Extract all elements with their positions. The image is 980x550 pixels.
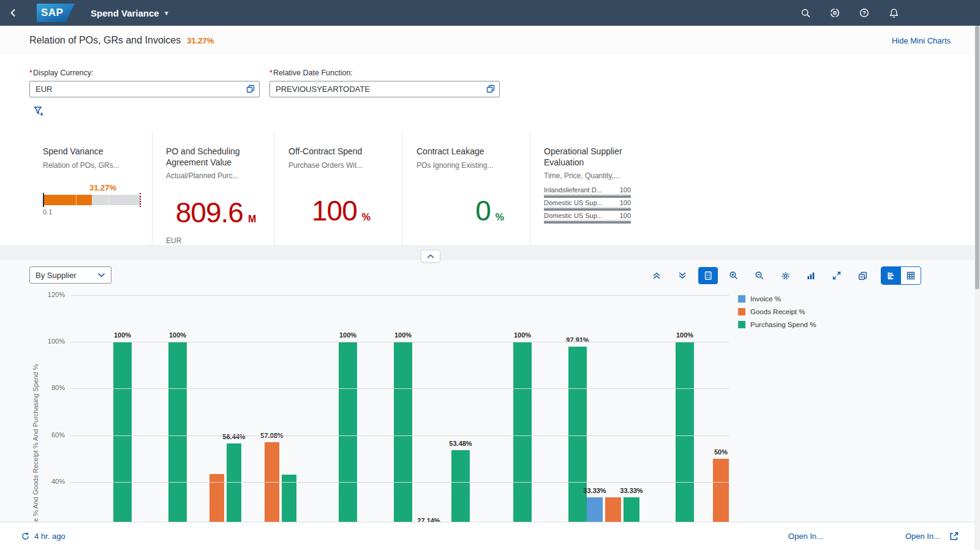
bar-invoice[interactable] [587,497,603,522]
bar-spend[interactable] [676,342,694,522]
value-help-icon[interactable] [486,84,496,94]
value-help-icon[interactable] [246,84,255,94]
sap-logo[interactable]: SAP [37,4,75,22]
y-axis-tick-label: 60% [36,431,65,439]
display-currency-input[interactable] [29,81,260,97]
bullet-target-marker [140,193,141,207]
search-icon[interactable] [797,5,813,21]
bar-data-label: 100% [662,331,708,339]
hide-mini-charts-link[interactable]: Hide Mini Charts [892,36,951,45]
chart-type-icon[interactable] [801,267,821,284]
footer-bar: 4 hr. ago Open In... Open In... [0,522,980,550]
bar-data-label: 33.33% [608,487,655,494]
filter-label: Relative Date Function: [273,69,353,77]
relative-date-function-input[interactable] [270,81,500,97]
help-icon[interactable]: ? [856,5,872,21]
legend-item[interactable]: Goods Receipt % [738,308,816,315]
bar-data-label: 97.91% [554,336,601,344]
filter-bar: *Display Currency: *Relative Date Functi… [0,55,980,132]
bar-spend[interactable] [451,450,470,522]
comparison-row: Inlandslieferant D...100 [544,186,631,198]
open-in-icon[interactable] [949,531,959,541]
supplier-score: 100 [620,199,631,206]
bar-data-label: 50% [698,448,729,456]
bar-gr[interactable] [209,474,224,522]
expand-all-icon[interactable] [647,267,666,284]
bar-data-label: 100% [499,331,546,339]
caret-down-icon: ▼ [164,10,170,17]
chart-view-button[interactable] [881,267,901,284]
bar-spend[interactable] [513,342,532,522]
gridline [70,482,729,483]
full-screen-icon[interactable] [827,267,846,284]
tile-subtitle: Relation of POs, GRs... [43,161,143,170]
tile-spend-variance[interactable]: Spend Variance Relation of POs, GRs... 3… [29,132,152,245]
bar-gr[interactable] [605,497,621,522]
tile-title: Contract Leakage [417,146,521,157]
tile-value: 100 [312,194,357,227]
bar-data-label: 100% [380,331,426,339]
table-view-button[interactable] [901,267,921,284]
add-filter-icon[interactable] [33,105,45,117]
show-legend-icon[interactable] [698,267,718,284]
bar-spend[interactable] [394,342,412,522]
chart-section: By Supplier [0,260,980,522]
gridline [70,388,729,389]
bar-spend[interactable] [168,342,187,522]
scrollbar-thumb[interactable] [975,26,979,289]
bar-spend[interactable] [624,497,639,522]
zoom-out-icon[interactable] [750,267,769,284]
settings-gear-icon[interactable] [775,267,795,284]
comparison-chart: Inlandslieferant D...100 Domestic US Sup… [544,186,631,224]
tile-contract-leakage[interactable]: Contract Leakage POs Ignoring Existing..… [402,132,530,245]
collapse-header-button[interactable] [421,250,440,263]
page-kpi-value: 31.27% [187,36,214,45]
notifications-bell-icon[interactable] [886,5,902,21]
supplier-name: Domestic US Sup... [544,212,603,219]
bar-spend[interactable] [568,347,587,522]
tile-operational-supplier-evaluation[interactable]: Operational Supplier Evaluation Time, Pr… [530,132,671,245]
tile-po-scheduling-value[interactable]: PO and Scheduling Agreement Value Actual… [152,132,274,245]
required-asterisk: * [270,69,273,77]
copy-icon[interactable] [853,267,872,284]
gridline [70,342,729,342]
supplier-score: 100 [620,212,631,219]
bar-gr[interactable] [713,459,729,522]
required-asterisk: * [29,69,32,77]
bar-spend[interactable] [339,342,357,522]
collapse-all-icon[interactable] [673,267,692,284]
scrollbar-track[interactable] [974,26,980,550]
tile-subtitle: Purchase Orders Wit... [288,161,394,170]
tile-title: Operational Supplier Evaluation [544,146,636,168]
bar-spend[interactable] [113,342,132,522]
tile-unit: % [496,212,504,223]
refresh-timestamp: 4 hr. ago [34,532,66,541]
supplier-score: 100 [620,186,631,194]
bullet-chart: 31.27% 0.1 [43,183,141,216]
shell-header: SAP Spend Variance ▼ ? [0,0,980,26]
comparison-bar [544,208,631,211]
bar-spend[interactable] [227,443,241,522]
tile-subtitle: Actual/Planned Purc... [166,171,266,180]
copilot-icon[interactable] [827,5,843,21]
y-axis-tick-label: 80% [36,384,65,391]
legend-swatch [738,321,745,328]
refresh-control[interactable]: 4 hr. ago [21,532,66,541]
filter-label: Display Currency: [33,69,94,77]
filter-field-display-currency: *Display Currency: [29,69,260,97]
view-by-select[interactable]: By Supplier [29,266,111,284]
back-icon[interactable] [0,0,27,26]
app-title-menu[interactable]: Spend Variance ▼ [91,8,170,18]
y-axis-tick-label: 120% [36,291,65,298]
bullet-min-label: 0.1 [43,208,141,216]
tile-value: 0 [475,194,491,227]
tile-off-contract-spend[interactable]: Off-Contract Spend Purchase Orders Wit..… [274,132,402,245]
bullet-value: 31.27% [89,183,141,192]
zoom-in-icon[interactable] [724,267,744,284]
open-in-link-2[interactable]: Open In... [905,532,940,541]
legend-item[interactable]: Purchasing Spend % [738,321,816,328]
legend-item[interactable]: Invoice % [738,295,816,303]
open-in-link-1[interactable]: Open In... [788,532,823,541]
refresh-icon [21,532,30,541]
tile-currency: EUR [166,236,266,245]
